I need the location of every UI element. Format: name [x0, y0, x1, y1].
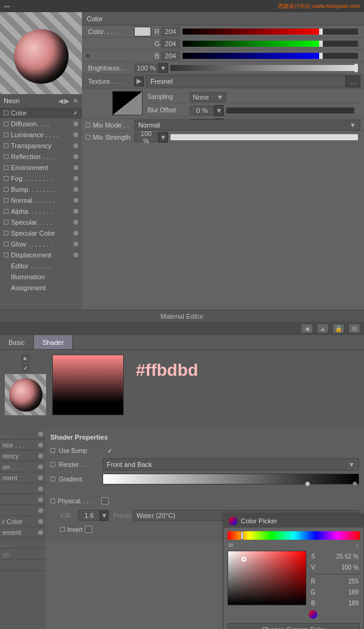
channel-checkbox-glow[interactable] [4, 242, 8, 246]
b-ch-item-7[interactable] [0, 494, 46, 505]
shader-check-btn[interactable]: ✓ [22, 364, 29, 372]
channel-item-reflection[interactable]: Reflection . . . . [0, 151, 82, 162]
b-ch-item-4[interactable]: on . . . [0, 461, 46, 472]
channel-checkbox-bump[interactable] [4, 187, 8, 192]
color-panel-header: Color [82, 12, 364, 25]
color-swatch[interactable] [134, 27, 151, 36]
render-checkbox[interactable] [50, 462, 55, 467]
ior-stepper-btn[interactable]: ▼ [100, 510, 109, 521]
mix-mode-checkbox[interactable] [86, 123, 90, 127]
invert-enable-checkbox[interactable] [85, 526, 92, 533]
b-ch-item-12[interactable]: on [0, 549, 46, 560]
channel-item-diffusion[interactable]: Diffusion. . . . [0, 118, 82, 129]
r-value[interactable]: 204 [161, 27, 180, 36]
channel-checkbox-transparency[interactable] [4, 143, 8, 148]
channel-item-fog[interactable]: Fog . . . . . . . . [0, 173, 82, 184]
channel-item-transparency[interactable]: Transparency [0, 140, 82, 151]
material-name-label: Neon [4, 97, 19, 104]
g-bar-handle[interactable] [319, 41, 323, 47]
s-row: S 25.62 % [309, 551, 360, 562]
g-value[interactable]: 204 [161, 39, 180, 49]
r-bar-handle[interactable] [319, 29, 323, 35]
toolbar-lock-btn[interactable]: 🔒 [332, 324, 345, 333]
color-cursor[interactable] [241, 557, 246, 562]
b-ch-item-11[interactable]: . . . [0, 538, 46, 549]
gradient-handle-2[interactable] [352, 481, 357, 486]
channel-checkbox-fog[interactable] [4, 176, 8, 181]
mix-strength-checkbox[interactable] [86, 135, 90, 140]
invert-checkbox[interactable] [60, 527, 65, 532]
channel-checkbox-color[interactable] [4, 110, 8, 115]
b-ch-item-10[interactable]: ement [0, 527, 46, 538]
channel-item-displacement[interactable]: Displacement [0, 250, 82, 260]
channel-item-alpha[interactable]: Alpha. . . . . . . [0, 206, 82, 217]
blur-offset-stepper[interactable]: ▼ [214, 105, 224, 116]
channel-item-glow[interactable]: Glow . . . . . . . [0, 239, 82, 250]
physical-enable-checkbox[interactable] [101, 497, 109, 505]
texture-expand-btn[interactable]: ▶ [134, 76, 144, 86]
hue-bar[interactable] [228, 531, 360, 540]
material-arrows[interactable]: ◀ ▶ ✕ [58, 97, 78, 105]
tab-basic[interactable]: Basic [0, 335, 34, 349]
b-ch-item-13[interactable] [0, 560, 46, 571]
toolbar-back-btn[interactable]: ◀ [301, 324, 313, 333]
channel-item-editor[interactable]: Editor . . . . . . [0, 260, 82, 271]
next-material-btn[interactable]: ▶ [64, 97, 69, 105]
brightness-stepper[interactable]: ▼ [158, 63, 168, 73]
channel-item-specular[interactable]: Specular . . . . [0, 217, 82, 228]
brightness-handle[interactable] [354, 64, 358, 72]
material-options-btn[interactable]: ✕ [73, 97, 78, 105]
channel-item-luminance[interactable]: Luminance . . . . [0, 129, 82, 140]
channel-item-color[interactable]: Color ✓ [0, 107, 82, 118]
render-dropdown[interactable]: Front and Back ▼ [103, 458, 359, 471]
use-bump-checkbox[interactable] [50, 448, 55, 453]
channel-item-normal[interactable]: Normal . . . . . . [0, 195, 82, 206]
blur-offset-value[interactable]: 0 % [190, 106, 214, 115]
mix-mode-dropdown[interactable]: Normal ▼ [134, 120, 360, 131]
hue-handle[interactable] [241, 531, 243, 540]
channel-item-specular-color[interactable]: Specular Color [0, 228, 82, 239]
mix-strength-stepper[interactable]: ▼ [158, 132, 168, 143]
channel-checkbox-normal[interactable] [4, 198, 8, 203]
channel-checkbox-environment[interactable] [4, 165, 8, 170]
b-ch-item-9[interactable]: r Color [0, 516, 46, 527]
gradient-checkbox[interactable] [50, 477, 55, 481]
b-ch-item-6[interactable] [0, 483, 46, 494]
choose-screen-color-btn[interactable]: Choose Screen Color [228, 623, 360, 629]
channel-checkbox-reflection[interactable] [4, 154, 8, 159]
b-ch-item-2[interactable]: nce . . . [0, 440, 46, 450]
mix-strength-value[interactable]: 100 % [134, 132, 158, 142]
b-ch-item-8[interactable] [0, 505, 46, 516]
channel-item-bump[interactable]: Bump. . . . . . . . [0, 184, 82, 195]
channel-item-illumination[interactable]: Illumination [0, 271, 82, 282]
b-ch-item-5[interactable]: ment [0, 472, 46, 483]
gradient-bar[interactable] [103, 474, 359, 484]
channel-checkbox-luminance[interactable] [4, 132, 8, 137]
prev-material-btn[interactable]: ◀ [58, 97, 63, 105]
brightness-value[interactable]: 100 % [134, 63, 158, 73]
shader-options-btn[interactable]: ▶ [22, 355, 29, 362]
channel-checkbox-alpha[interactable] [4, 209, 8, 214]
sampling-value[interactable]: None ▼ [190, 92, 226, 102]
channel-checkbox-diffusion[interactable] [4, 121, 8, 126]
channel-item-assignment[interactable]: Assignment [0, 282, 82, 293]
texture-dots-btn[interactable]: ... [346, 75, 360, 87]
toolbar-up-btn[interactable]: ▲ [317, 324, 329, 333]
color-gradient-box[interactable] [228, 551, 306, 605]
color-picker-mode-btn[interactable] [309, 610, 317, 619]
channel-checkbox-displacement[interactable] [4, 253, 8, 257]
tab-shader[interactable]: Shader [34, 335, 73, 349]
ior-value[interactable]: 1.6 [78, 510, 100, 521]
shader-properties-title: Shader Properties [50, 433, 359, 441]
channel-checkbox-specular-color[interactable] [4, 231, 8, 236]
toolbar-expand-btn[interactable]: ⊞ [348, 324, 360, 333]
b-value[interactable]: 204 [161, 51, 180, 61]
b-ch-item-1[interactable]: . . . [0, 429, 46, 440]
b-bar-handle[interactable] [319, 53, 323, 59]
b-ch-item-3[interactable]: rency [0, 450, 46, 461]
gradient-handle-1[interactable] [305, 481, 310, 486]
b-arrow-btn[interactable] [86, 53, 90, 58]
channel-checkbox-specular[interactable] [4, 220, 8, 225]
physical-checkbox[interactable] [50, 498, 55, 503]
channel-item-environment[interactable]: Environment [0, 162, 82, 173]
